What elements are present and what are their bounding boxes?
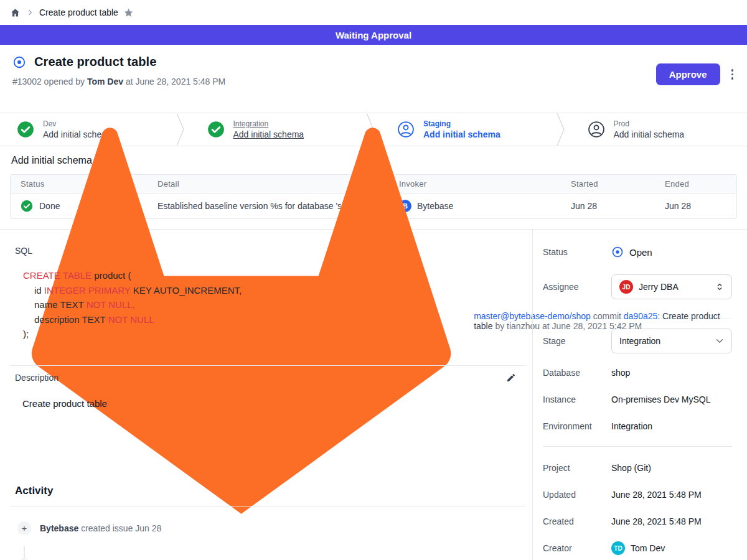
sql-code-block: CREATE TABLE product (id INTEGER PRIMARY… xyxy=(23,268,532,342)
divider xyxy=(10,506,525,506)
divider xyxy=(10,365,525,366)
sql-line: name TEXT NOT NULL, xyxy=(23,297,532,312)
header-actions: Approve xyxy=(656,63,735,85)
issue-header: Create product table #13002 opened by To… xyxy=(0,45,747,113)
sql-line: id INTEGER PRIMARY KEY AUTO_INCREMENT, xyxy=(23,283,532,298)
more-options-icon[interactable] xyxy=(730,68,735,81)
breadcrumb-page-title: Create product table xyxy=(39,7,118,17)
activity-actor: Bytebase xyxy=(40,523,78,533)
activity-item: + Bytebase created issue Jun 28 xyxy=(17,521,532,535)
favorite-star-icon[interactable] xyxy=(123,7,134,18)
issue-title: Create product table xyxy=(34,55,156,69)
issue-opened-at: at June 28, 2021 5:48 PM xyxy=(126,77,225,86)
status-banner-text: Waiting Approval xyxy=(336,30,411,40)
description-text: Create product table xyxy=(22,398,532,409)
commit-label: commit xyxy=(593,311,621,321)
edit-pencil-icon[interactable] xyxy=(506,373,516,383)
sql-line: ); xyxy=(23,327,532,342)
issue-id: #13002 xyxy=(12,77,42,86)
breadcrumb: Create product table xyxy=(0,0,747,25)
sql-line: description TEXT NOT NULL xyxy=(23,312,532,327)
description-label: Description xyxy=(15,373,59,383)
sql-line: CREATE TABLE product ( xyxy=(23,268,532,283)
issue-title-row: Create product table xyxy=(12,55,737,69)
home-icon[interactable] xyxy=(10,7,21,18)
approve-button[interactable]: Approve xyxy=(656,63,720,85)
chevron-right-icon xyxy=(26,8,34,17)
main-column: SQL CREATE TABLE product (id INTEGER PRI… xyxy=(0,230,533,560)
timeline-next-node xyxy=(21,558,27,560)
issue-open-icon xyxy=(12,55,26,69)
issue-author: Tom Dev xyxy=(87,77,123,86)
commit-colon: : xyxy=(657,311,660,321)
description-header: Description xyxy=(15,373,516,383)
activity-text: Bytebase created issue Jun 28 xyxy=(40,523,161,533)
status-banner: Waiting Approval xyxy=(0,25,747,45)
issue-meta: #13002 opened by Tom Dev at June 28, 202… xyxy=(12,77,737,86)
sql-section-label: SQL xyxy=(15,246,532,256)
activity-title: Activity xyxy=(15,485,532,497)
commit-hash-link[interactable]: da90a25 xyxy=(624,311,658,321)
plus-icon: + xyxy=(17,521,31,535)
opened-by-label: opened by xyxy=(44,77,85,86)
activity-action: created issue Jun 28 xyxy=(81,523,161,533)
